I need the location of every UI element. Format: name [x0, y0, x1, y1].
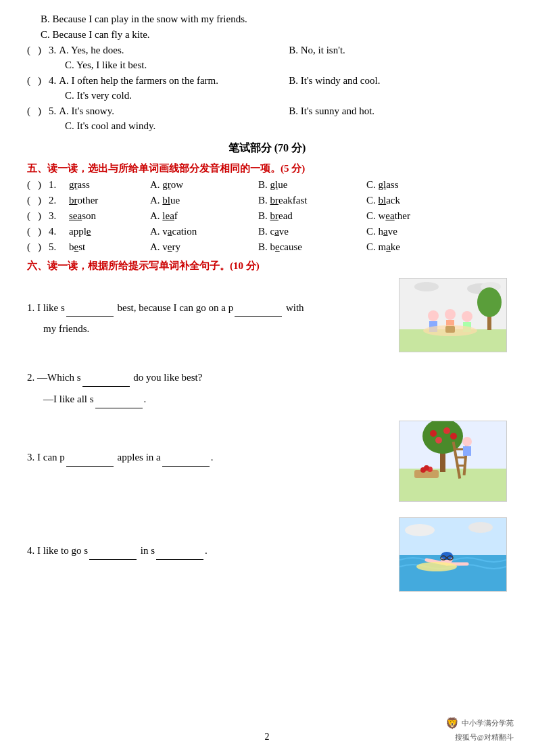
svg-point-48 — [416, 562, 457, 571]
vocab-num-1: 1. — [49, 179, 69, 191]
vocab-row-3: ( ) 3. season A. leaf B. bread C. weathe… — [27, 210, 507, 222]
mc-q5-c: C. It's cool and windy. — [27, 120, 507, 132]
vocab-5a: A. very — [150, 241, 258, 253]
vocab-num-3: 3. — [49, 210, 69, 222]
svg-point-29 — [462, 437, 472, 446]
q3-a: A. Yes, he does. — [59, 45, 289, 56]
paren-v3-close: ) — [38, 210, 49, 222]
q5-a: A. It's snowy. — [59, 105, 289, 117]
svg-rect-37 — [399, 518, 506, 555]
paren-v4-close: ) — [38, 226, 49, 237]
sentence-1-image — [399, 278, 507, 352]
svg-point-38 — [405, 524, 435, 536]
svg-rect-27 — [456, 456, 466, 458]
vocab-word-1: grass — [69, 179, 150, 191]
sentence-1-block: 1. I like s best, because I can go on a … — [27, 278, 507, 356]
blank-2-2 — [95, 389, 143, 408]
continuation-b: B. Because I can play in the snow with m… — [27, 14, 507, 25]
watermark-icon-row: 🦁 中小学满分学苑 — [445, 715, 514, 732]
blank-3-2 — [162, 448, 210, 467]
vocab-3c: C. weather — [366, 210, 447, 222]
blank-1-2 — [235, 298, 282, 317]
paren-v2-close: ) — [38, 195, 49, 206]
blank-4-1 — [89, 541, 137, 560]
paren-open-4: ( — [27, 75, 38, 87]
paren-v3-open: ( — [27, 210, 38, 222]
vocab-num-2: 2. — [49, 195, 69, 206]
vocab-num-4: 4. — [49, 226, 69, 237]
svg-rect-14 — [445, 326, 455, 333]
vocab-5c: C. make — [366, 241, 447, 253]
section5-items: ( ) 1. grass A. grow B. glue C. glass ( … — [27, 179, 507, 253]
vocab-2a: A. blue — [150, 195, 258, 206]
q5-b: B. It's sunny and hot. — [289, 105, 374, 117]
blank-1-1 — [66, 298, 114, 317]
paren-v5-close: ) — [38, 241, 49, 253]
vocab-5b: B. because — [258, 241, 366, 253]
written-section-title: 笔试部分 (70 分) — [27, 141, 507, 156]
svg-point-22 — [450, 433, 457, 440]
blank-3-1 — [66, 448, 114, 467]
vocab-word-5: best — [69, 241, 150, 253]
section5-title: 五、读一读，选出与所给单词画线部分发音相同的一项。(5 分) — [27, 162, 507, 175]
q4-num: 4. — [49, 75, 56, 87]
blank-4-2 — [156, 541, 203, 560]
vocab-4c: C. have — [366, 226, 447, 237]
mc-q4-c: C. It's very cold. — [27, 90, 507, 101]
mc-q3-c: C. Yes, I like it best. — [27, 60, 507, 71]
mc-q4: ( ) 4. A. I often help the farmers on th… — [27, 75, 507, 87]
vocab-1b: B. glue — [258, 179, 366, 191]
paren-open-3: ( — [27, 45, 38, 56]
paren-close-3: ) — [38, 45, 49, 56]
svg-point-21 — [443, 427, 450, 434]
swimming-illustration — [399, 518, 506, 591]
watermark: 🦁 中小学满分学苑 搜狐号@对精翻斗 — [445, 715, 514, 743]
q5-num: 5. — [49, 105, 56, 117]
vocab-4b: B. cave — [258, 226, 366, 237]
svg-point-23 — [435, 437, 442, 444]
vocab-row-5: ( ) 5. best A. very B. because C. make — [27, 241, 507, 253]
svg-rect-32 — [414, 470, 439, 478]
continuation-c: C. Because I can fly a kite. — [27, 29, 507, 41]
paren-v1-open: ( — [27, 179, 38, 191]
vocab-num-5: 5. — [49, 241, 69, 253]
sentence-4-block: 4. I like to go s in s . — [27, 517, 507, 595]
paren-v1-close: ) — [38, 179, 49, 191]
vocab-word-3: season — [69, 210, 150, 222]
page-number: 2 — [265, 732, 270, 742]
svg-point-9 — [445, 309, 456, 320]
vocab-1a: A. grow — [150, 179, 258, 191]
svg-point-39 — [468, 522, 493, 533]
mc-q5: ( ) 5. A. It's snowy. B. It's sunny and … — [27, 105, 507, 117]
paren-v4-open: ( — [27, 226, 38, 237]
paren-v5-open: ( — [27, 241, 38, 253]
q3-num: 3. — [49, 45, 56, 56]
paren-close-4: ) — [38, 75, 49, 87]
svg-point-11 — [462, 311, 472, 322]
vocab-3a: A. leaf — [150, 210, 258, 222]
vocab-row-4: ( ) 4. apple A. vacation B. cave C. have — [27, 226, 507, 237]
sentence-3-image — [399, 421, 507, 502]
paren-v2-open: ( — [27, 195, 38, 206]
paren-open-5: ( — [27, 105, 38, 117]
vocab-4a: A. vacation — [150, 226, 258, 237]
mc-q3: ( ) 3. A. Yes, he does. B. No, it isn't. — [27, 45, 507, 56]
q3-b: B. No, it isn't. — [289, 45, 345, 56]
blank-2-1 — [82, 368, 130, 387]
sentence-4-image — [399, 517, 507, 592]
svg-point-35 — [424, 465, 429, 471]
vocab-1c: C. glass — [366, 179, 447, 191]
vocab-row-1: ( ) 1. grass A. grow B. glue C. glass — [27, 179, 507, 191]
vocab-2b: B. breakfast — [258, 195, 366, 206]
svg-point-3 — [414, 282, 439, 291]
svg-point-20 — [430, 430, 437, 437]
section6-title: 六、读一读，根据所给提示写单词补全句子。(10 分) — [27, 260, 507, 273]
svg-point-6 — [477, 287, 502, 317]
svg-rect-28 — [457, 465, 466, 467]
sentence-2-block: 2. —Which s do you like best? —I like al… — [27, 368, 507, 408]
watermark-icon: 🦁 — [445, 715, 459, 732]
vocab-row-2: ( ) 2. brother A. blue B. breakfast C. b… — [27, 195, 507, 206]
vocab-2c: C. black — [366, 195, 447, 206]
picnic-illustration — [399, 279, 506, 352]
q4-a: A. I often help the farmers on the farm. — [59, 75, 289, 87]
